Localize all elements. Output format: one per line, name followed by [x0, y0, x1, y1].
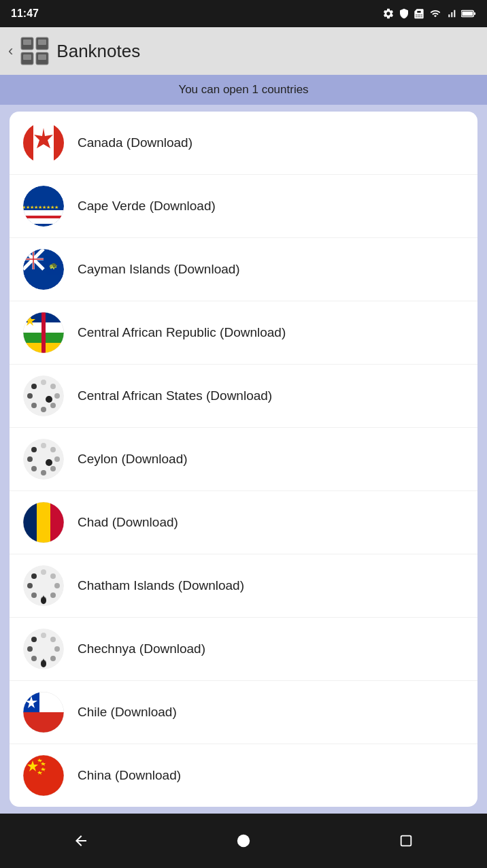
status-bar: 11:47 [0, 0, 487, 27]
svg-point-41 [50, 384, 56, 389]
country-name: Chile (Download) [78, 705, 177, 720]
svg-point-79 [50, 656, 56, 661]
country-name: Cayman Islands (Download) [78, 262, 240, 277]
list-item[interactable]: China (Download) [10, 744, 477, 807]
country-name: Chechnya (Download) [78, 641, 205, 656]
svg-point-40 [41, 380, 46, 385]
country-name: Chad (Download) [78, 515, 178, 530]
country-list: Canada (Download) ★★★★★★★★★★ Cape Verde … [10, 112, 477, 807]
country-name: Chatham Islands (Download) [78, 578, 244, 593]
svg-point-54 [41, 470, 46, 475]
svg-point-52 [54, 456, 60, 462]
list-item[interactable]: Chatham Islands (Download) [10, 554, 477, 618]
svg-rect-18 [23, 218, 64, 224]
list-item[interactable]: Central African States (Download) [10, 365, 477, 428]
svg-rect-13 [54, 122, 64, 163]
svg-point-50 [41, 443, 46, 448]
svg-point-78 [54, 646, 60, 652]
svg-rect-93 [23, 755, 64, 796]
svg-point-57 [31, 447, 37, 452]
battery-icon [461, 9, 476, 18]
country-name: Cape Verde (Download) [78, 199, 216, 214]
flag-icon [23, 122, 64, 163]
list-item[interactable]: Central African Republic (Download) [10, 301, 477, 365]
flag-icon [23, 502, 64, 543]
svg-point-42 [54, 393, 60, 399]
list-item[interactable]: Chechnya (Download) [10, 618, 477, 681]
flag-icon [23, 629, 64, 669]
wifi-icon [429, 8, 442, 19]
country-name: Canada (Download) [78, 135, 192, 150]
svg-text:★★★★★★★★★★: ★★★★★★★★★★ [23, 205, 58, 210]
back-button[interactable]: ‹ [8, 42, 13, 60]
svg-point-70 [31, 592, 37, 598]
svg-point-83 [31, 637, 37, 642]
svg-point-46 [27, 393, 33, 399]
svg-point-48 [46, 396, 52, 403]
svg-text:🐢: 🐢 [49, 261, 58, 270]
svg-rect-7 [23, 39, 31, 45]
svg-point-45 [31, 403, 37, 408]
settings-icon [382, 7, 394, 20]
svg-point-100 [237, 835, 250, 847]
subtitle-banner: You can open 1 countries [0, 75, 487, 105]
svg-point-51 [50, 447, 56, 452]
svg-rect-61 [37, 502, 50, 543]
svg-point-77 [50, 637, 56, 642]
country-name: Central African Republic (Download) [78, 325, 286, 340]
country-name: Ceylon (Download) [78, 452, 188, 467]
svg-rect-62 [50, 502, 64, 543]
flag-icon [23, 565, 64, 606]
list-item[interactable]: Chad (Download) [10, 491, 477, 554]
back-nav-button[interactable] [66, 826, 96, 856]
flag-icon: 🐢 [23, 249, 64, 290]
svg-point-71 [27, 583, 33, 588]
list-item[interactable]: ★★★★★★★★★★ Cape Verde (Download) [10, 175, 477, 238]
nav-bar [0, 814, 487, 868]
svg-rect-2 [473, 12, 475, 15]
list-item[interactable]: 🐢 Cayman Islands (Download) [10, 238, 477, 301]
svg-rect-10 [38, 54, 46, 60]
flag-icon [23, 439, 64, 480]
svg-point-68 [50, 592, 56, 598]
svg-rect-12 [23, 122, 33, 163]
signal-icon [446, 7, 457, 20]
flag-icon: ★★★★★★★★★★ [23, 186, 64, 227]
svg-rect-8 [38, 39, 46, 45]
sim-icon [414, 7, 424, 20]
svg-point-65 [41, 569, 46, 575]
svg-rect-16 [23, 210, 64, 216]
home-nav-button[interactable] [229, 826, 258, 856]
svg-point-67 [54, 583, 60, 588]
flag-icon [23, 312, 64, 353]
svg-point-66 [50, 573, 56, 579]
svg-rect-17 [23, 216, 64, 218]
shield-icon [399, 7, 409, 20]
flag-icon [23, 375, 64, 416]
svg-point-72 [31, 573, 37, 579]
svg-point-81 [31, 656, 37, 661]
svg-point-43 [50, 403, 56, 408]
app-logo-icon [20, 36, 50, 66]
svg-rect-1 [462, 12, 473, 16]
recents-nav-button[interactable] [391, 826, 421, 856]
svg-point-44 [41, 407, 46, 412]
country-name: Central African States (Download) [78, 388, 272, 403]
content-area: Canada (Download) ★★★★★★★★★★ Cape Verde … [0, 105, 487, 814]
svg-rect-9 [23, 54, 31, 60]
status-time: 11:47 [11, 7, 39, 20]
list-item[interactable]: Chile (Download) [10, 681, 477, 744]
svg-rect-88 [23, 712, 64, 733]
svg-point-56 [27, 456, 33, 462]
svg-point-53 [50, 466, 56, 471]
svg-rect-60 [23, 502, 37, 543]
app-title: Banknotes [56, 41, 140, 62]
subtitle-text: You can open 1 countries [178, 83, 308, 96]
svg-rect-101 [401, 836, 411, 846]
list-item[interactable]: Ceylon (Download) [10, 428, 477, 491]
list-item[interactable]: Canada (Download) [10, 112, 477, 175]
status-icons [382, 7, 476, 20]
svg-point-76 [41, 633, 46, 638]
app-bar: ‹ Banknotes [0, 27, 487, 75]
flag-icon [23, 755, 64, 796]
